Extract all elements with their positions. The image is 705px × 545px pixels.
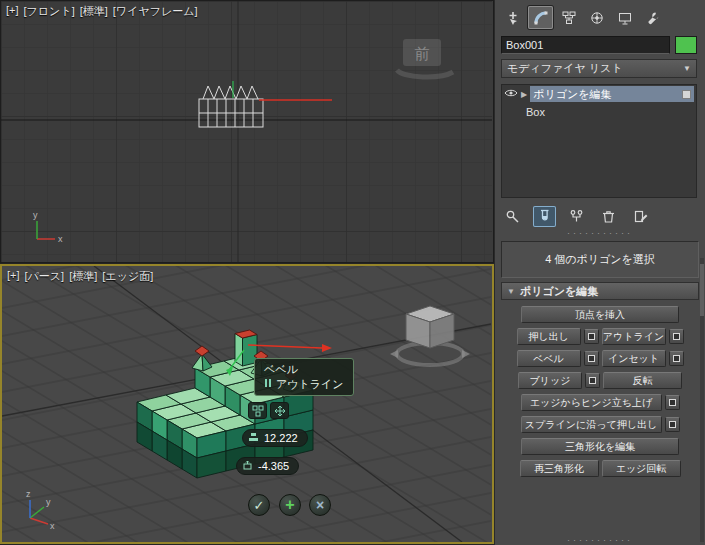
bevel-height-icon (248, 432, 259, 445)
tab-display[interactable] (612, 6, 637, 29)
stack-item-label: ポリゴンを編集 (533, 87, 611, 102)
caddy-cancel-button[interactable]: × (309, 494, 331, 516)
max-window: [+] [フロント] [標準] [ワイヤフレーム] (0, 0, 705, 545)
caddy-height-spinner[interactable]: 12.222 (242, 429, 308, 447)
object-name-input[interactable] (501, 36, 670, 54)
show-end-result-button[interactable] (533, 206, 556, 227)
rollout-arrow-icon: ▼ (507, 287, 515, 296)
outline-icon (264, 377, 272, 392)
rollout-edit-polygons[interactable]: ▼ ポリゴンを編集 (501, 282, 699, 300)
viewport-area: [+] [フロント] [標準] [ワイヤフレーム] (0, 0, 494, 545)
svg-text:y: y (33, 210, 38, 220)
stack-item-box[interactable]: Box (502, 103, 696, 121)
bridge-settings-button[interactable] (585, 373, 600, 388)
bevel-outline-icon (242, 460, 253, 473)
command-panel: モディファイヤ リスト ▼ ▶ ポリゴンを編集 Box (494, 0, 705, 545)
visibility-eye-icon[interactable] (504, 88, 518, 100)
svg-text:y: y (46, 497, 51, 507)
modifier-list-label: モディファイヤ リスト (507, 61, 623, 76)
caddy-apply-button[interactable]: + (279, 494, 301, 516)
extrude-settings-button[interactable] (584, 329, 599, 344)
pin-stack-button[interactable] (501, 206, 524, 227)
bevel-outline-value: -4.365 (258, 460, 289, 472)
flip-button[interactable]: 反転 (603, 372, 682, 389)
caddy-bevel-type-group-button[interactable] (248, 402, 267, 419)
object-color-swatch[interactable] (675, 36, 697, 54)
extrude-along-spline-settings-button[interactable] (665, 417, 680, 432)
panel-resize-grip[interactable]: ··········· (495, 229, 705, 238)
tab-modify[interactable] (528, 6, 553, 29)
stack-item-edit-poly[interactable]: ▶ ポリゴンを編集 (502, 85, 696, 103)
panel-scrollbar[interactable] (700, 258, 704, 542)
insert-vertex-button[interactable]: 頂点を挿入 (521, 306, 679, 323)
viewport-menu-style[interactable]: [エッジ面] (102, 269, 153, 284)
svg-text:x: x (58, 234, 63, 244)
viewport-menu-general[interactable]: [+] (6, 4, 19, 19)
bridge-button[interactable]: ブリッジ (518, 372, 582, 389)
hinge-from-edge-settings-button[interactable] (665, 395, 680, 410)
svg-text:z: z (26, 489, 31, 499)
modifier-icon (682, 90, 691, 99)
edit-triangulation-button[interactable]: 三角形化を編集 (521, 438, 679, 455)
expand-arrow-icon[interactable]: ▶ (521, 90, 527, 99)
selection-status-box: 4 個のポリゴンを選択 (501, 241, 699, 278)
modifier-stack: ▶ ポリゴンを編集 Box (501, 84, 697, 198)
viewport-menu-pov[interactable]: [パース] (25, 269, 65, 284)
caddy-ok-button[interactable]: ✓ (248, 494, 270, 516)
tab-create[interactable] (500, 6, 525, 29)
make-unique-button[interactable] (565, 206, 588, 227)
chevron-down-icon: ▼ (683, 64, 691, 73)
inset-settings-button[interactable] (669, 351, 684, 366)
viewport-menu-style[interactable]: [ワイヤフレーム] (113, 4, 198, 19)
extrude-button[interactable]: 押し出し (517, 328, 581, 345)
bevel-settings-button[interactable] (584, 351, 599, 366)
viewport-front-label: [+] [フロント] [標準] [ワイヤフレーム] (6, 4, 198, 19)
viewport-front[interactable]: [+] [フロント] [標準] [ワイヤフレーム] (0, 0, 494, 263)
modifier-stack-toolbar (495, 203, 705, 229)
edit-polygons-buttons: 頂点を挿入 押し出し アウトライン ベベル インセット ブリッジ 反転 エッジか… (495, 300, 705, 477)
viewport-menu-general[interactable]: [+] (7, 269, 20, 284)
front-viewport-canvas[interactable]: 前 x y (1, 1, 492, 262)
caddy-tooltip-title: ベベル (264, 362, 344, 377)
panel-scrollbar-thumb[interactable] (700, 264, 704, 316)
viewport-menu-shading[interactable]: [標準] (69, 269, 97, 284)
inset-button[interactable]: インセット (602, 350, 666, 367)
viewport-menu-shading[interactable]: [標準] (80, 4, 108, 19)
outline-settings-button[interactable] (669, 329, 684, 344)
command-panel-tabs (495, 0, 705, 32)
persp-viewport-canvas[interactable]: x y z (2, 266, 491, 542)
turn-edge-button[interactable]: エッジ回転 (602, 460, 681, 477)
rollout-title: ポリゴンを編集 (520, 284, 598, 299)
viewport-perspective-active[interactable]: [+] [パース] [標準] [エッジ面] (0, 264, 494, 544)
modifier-list-dropdown[interactable]: モディファイヤ リスト ▼ (501, 59, 697, 78)
extrude-along-spline-button[interactable]: スプラインに沿って押し出し (521, 416, 662, 433)
bevel-height-value: 12.222 (264, 432, 298, 444)
stack-item-label: Box (526, 106, 545, 118)
tab-motion[interactable] (584, 6, 609, 29)
panel-bottom-grip[interactable]: ··········· (495, 536, 705, 545)
viewport-persp-label: [+] [パース] [標準] [エッジ面] (7, 269, 153, 284)
selection-status-text: 4 個のポリゴンを選択 (545, 252, 655, 267)
caddy-tooltip-subtitle: アウトライン (276, 377, 344, 392)
tab-hierarchy[interactable] (556, 6, 581, 29)
retriangulate-button[interactable]: 再三角形化 (520, 460, 599, 477)
caddy-bevel-type-local-button[interactable] (270, 402, 289, 419)
svg-text:x: x (50, 521, 55, 531)
caddy-outline-spinner[interactable]: -4.365 (236, 457, 299, 475)
bevel-button[interactable]: ベベル (517, 350, 581, 367)
caddy-tooltip: ベベル アウトライン (254, 358, 354, 396)
tab-utilities[interactable] (640, 6, 665, 29)
hinge-from-edge-button[interactable]: エッジからヒンジ立ち上げ (521, 394, 662, 411)
outline-button[interactable]: アウトライン (602, 328, 666, 345)
remove-modifier-trash-button[interactable] (597, 206, 620, 227)
name-and-color-row (495, 32, 705, 59)
configure-modifier-sets-button[interactable] (629, 206, 652, 227)
viewport-menu-pov[interactable]: [フロント] (24, 4, 75, 19)
svg-text:前: 前 (415, 45, 430, 62)
